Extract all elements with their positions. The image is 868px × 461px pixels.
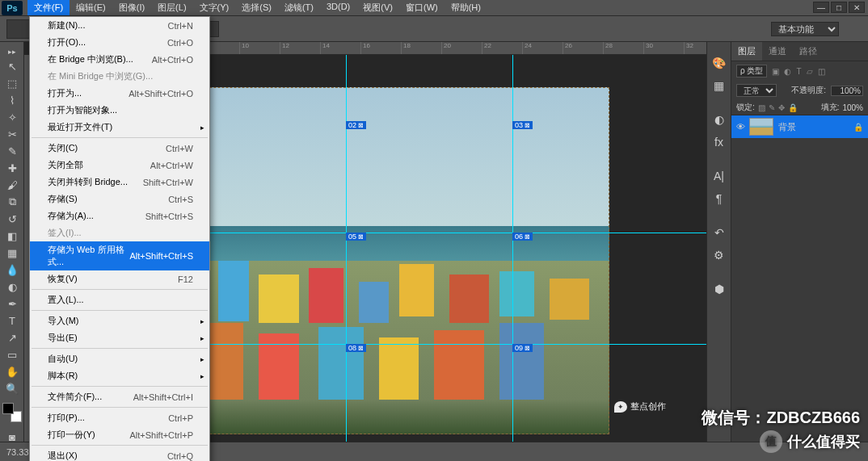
menu-item[interactable]: 自动(U) — [30, 350, 209, 367]
menubar-item[interactable]: 窗口(W) — [399, 0, 445, 15]
zoom-tool-icon[interactable]: 🔍 — [2, 380, 22, 396]
slice-badge[interactable]: 05⊠ — [346, 233, 366, 241]
lasso-tool-icon[interactable]: ⌇ — [2, 92, 22, 108]
filter-image-icon[interactable]: ▣ — [772, 67, 779, 76]
slice-badge[interactable]: 03⊠ — [512, 121, 533, 129]
color-swatches[interactable] — [2, 403, 22, 422]
workspace-selector[interactable]: 基本功能 — [771, 22, 839, 36]
menu-item[interactable]: 导入(M) — [30, 312, 209, 329]
3d-panel-icon[interactable]: ⬢ — [710, 279, 729, 299]
app-logo: Ps — [2, 1, 23, 15]
opacity-value[interactable]: 100% — [831, 86, 863, 96]
type-tool-icon[interactable]: T — [2, 312, 22, 329]
crop-tool-icon[interactable]: ✂ — [2, 126, 22, 142]
menu-item[interactable]: 置入(L)... — [30, 291, 209, 308]
brush-tool-icon[interactable]: 🖌 — [2, 177, 22, 193]
styles-panel-icon[interactable]: fx — [710, 132, 729, 152]
shape-tool-icon[interactable]: ▭ — [2, 346, 22, 363]
history-brush-tool-icon[interactable]: ↺ — [2, 211, 22, 227]
slice-badge[interactable]: 09⊠ — [512, 344, 533, 352]
menubar-item[interactable]: 文件(F) — [27, 0, 70, 15]
menu-item[interactable]: 存储(S)Ctrl+S — [30, 191, 209, 207]
menubar-item[interactable]: 图层(L) — [151, 0, 192, 15]
menu-item[interactable]: 恢复(V)F12 — [30, 270, 209, 287]
layer-filter-select[interactable]: ρ 类型 — [736, 65, 767, 78]
menubar-item[interactable]: 图像(I) — [112, 0, 151, 15]
tab-channels[interactable]: 通道 — [762, 42, 793, 61]
ruler-tick: 32 — [684, 42, 706, 54]
paragraph-panel-icon[interactable]: ¶ — [710, 189, 729, 208]
healing-tool-icon[interactable]: ✚ — [2, 160, 22, 176]
color-panel-icon[interactable]: 🎨 — [710, 53, 729, 73]
history-panel-icon[interactable]: ↶ — [710, 223, 729, 242]
menu-item[interactable]: 文件简介(F)...Alt+Shift+Ctrl+I — [30, 388, 209, 405]
stamp-tool-icon[interactable]: ⧉ — [2, 194, 22, 210]
adjustments-panel-icon[interactable]: ◐ — [710, 110, 729, 129]
foreground-color-swatch[interactable] — [2, 403, 14, 414]
fill-value[interactable]: 100% — [842, 103, 863, 112]
slice-badge[interactable]: 02⊠ — [346, 121, 366, 129]
character-panel-icon[interactable]: A| — [710, 166, 729, 186]
filter-adjust-icon[interactable]: ◐ — [784, 67, 791, 76]
menu-separator — [32, 137, 208, 138]
layer-row[interactable]: 👁 背景 🔒 — [731, 115, 868, 138]
menu-item[interactable]: 打开为...Alt+Shift+Ctrl+O — [30, 85, 209, 102]
lock-transparency-icon[interactable]: ▨ — [758, 103, 765, 112]
marquee-tool-icon[interactable]: ⬚ — [2, 75, 22, 91]
menu-item[interactable]: 关闭(C)Ctrl+W — [30, 140, 209, 157]
layer-thumbnail[interactable] — [749, 118, 773, 136]
move-tool-icon[interactable]: ↖ — [2, 58, 22, 74]
menu-item[interactable]: 在 Bridge 中浏览(B)...Alt+Ctrl+O — [30, 51, 209, 68]
gradient-tool-icon[interactable]: ▦ — [2, 245, 22, 261]
menu-item[interactable]: 脚本(R) — [30, 367, 209, 384]
menubar-item[interactable]: 选择(S) — [235, 0, 278, 15]
menu-item[interactable]: 新建(N)...Ctrl+N — [30, 17, 209, 34]
pen-tool-icon[interactable]: ✒ — [2, 295, 22, 312]
menubar-item[interactable]: 视图(V) — [356, 0, 399, 15]
eyedropper-tool-icon[interactable]: ✎ — [2, 143, 22, 159]
menu-item[interactable]: 存储为 Web 所用格式...Alt+Shift+Ctrl+S — [30, 241, 209, 270]
properties-panel-icon[interactable]: ⚙ — [710, 245, 729, 265]
menu-item[interactable]: 打开为智能对象... — [30, 102, 209, 119]
wand-tool-icon[interactable]: ✧ — [2, 109, 22, 125]
filter-shape-icon[interactable]: ▱ — [807, 67, 813, 76]
swatches-panel-icon[interactable]: ▦ — [710, 76, 729, 95]
layer-visibility-icon[interactable]: 👁 — [736, 122, 749, 132]
lock-position-icon[interactable]: ✥ — [778, 103, 785, 112]
menubar-item[interactable]: 3D(D) — [320, 0, 356, 15]
menu-item[interactable]: 最近打开文件(T) — [30, 119, 209, 136]
layer-name[interactable]: 背景 — [778, 121, 796, 133]
dodge-tool-icon[interactable]: ◐ — [2, 279, 22, 295]
minimize-button[interactable]: — — [813, 2, 829, 13]
filter-type-icon[interactable]: T — [796, 67, 801, 76]
menu-item[interactable]: 导出(E) — [30, 329, 209, 346]
lock-pixels-icon[interactable]: ✎ — [769, 103, 775, 112]
close-button[interactable]: ✕ — [849, 2, 865, 13]
tab-paths[interactable]: 路径 — [793, 42, 824, 61]
lock-all-icon[interactable]: 🔒 — [788, 103, 798, 112]
maximize-button[interactable]: □ — [831, 2, 847, 13]
path-tool-icon[interactable]: ↗ — [2, 329, 22, 346]
menu-item[interactable]: 打印一份(Y)Alt+Shift+Ctrl+P — [30, 426, 209, 443]
blend-mode-select[interactable]: 正常 — [736, 84, 777, 97]
eraser-tool-icon[interactable]: ◧ — [2, 228, 22, 244]
menubar-item[interactable]: 帮助(H) — [445, 0, 487, 15]
tools-panel: ▸▸ ↖ ⬚ ⌇ ✧ ✂ ✎ ✚ 🖌 ⧉ ↺ ◧ ▦ 💧 ◐ ✒ T ↗ ▭ ✋… — [0, 42, 24, 461]
menu-item[interactable]: 打印(P)...Ctrl+P — [30, 409, 209, 426]
blur-tool-icon[interactable]: 💧 — [2, 262, 22, 278]
slice-badge[interactable]: 08⊠ — [346, 344, 366, 352]
menubar-item[interactable]: 文字(Y) — [193, 0, 236, 15]
menu-item[interactable]: 关闭全部Alt+Ctrl+W — [30, 157, 209, 174]
menubar-item[interactable]: 编辑(E) — [70, 0, 112, 15]
menu-item[interactable]: 关闭并转到 Bridge...Shift+Ctrl+W — [30, 174, 209, 191]
tab-layers[interactable]: 图层 — [731, 42, 762, 61]
menubar-item[interactable]: 滤镜(T) — [278, 0, 320, 15]
toolbar-toggle-icon[interactable]: ▸▸ — [2, 46, 22, 57]
menu-separator — [32, 289, 208, 290]
slice-badge[interactable]: 06⊠ — [512, 233, 533, 241]
hand-tool-icon[interactable]: ✋ — [2, 363, 22, 379]
menu-item[interactable]: 存储为(A)...Shift+Ctrl+S — [30, 207, 209, 224]
filter-smart-icon[interactable]: ◫ — [818, 67, 825, 76]
menu-item[interactable]: 退出(X)Ctrl+Q — [30, 447, 209, 461]
menu-item[interactable]: 打开(O)...Ctrl+O — [30, 34, 209, 51]
